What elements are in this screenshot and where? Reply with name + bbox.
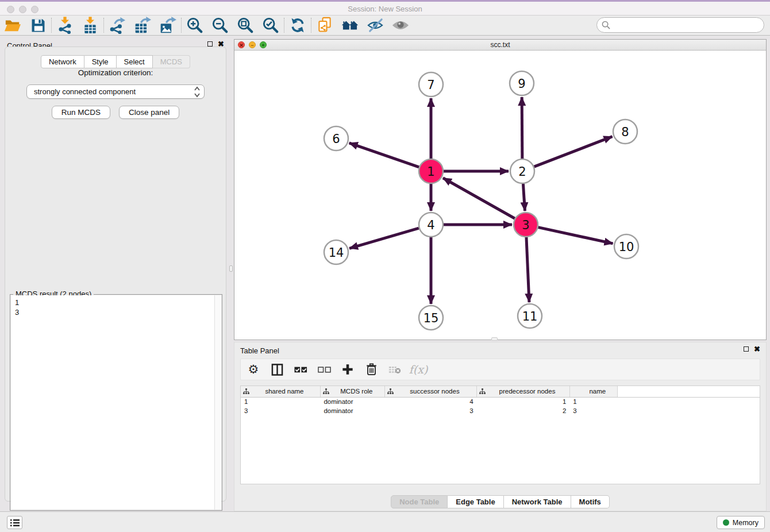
zoom-in-icon[interactable] <box>186 17 203 34</box>
tab-network[interactable]: Network <box>41 55 84 68</box>
memory-button[interactable]: Memory <box>717 516 765 529</box>
window-title: Session: New Session <box>0 5 770 13</box>
search-icon <box>602 21 610 29</box>
close-table-panel-icon[interactable]: ✖ <box>754 346 760 352</box>
table-cell[interactable]: dominator <box>320 397 384 406</box>
hide-eye-icon[interactable] <box>367 17 384 34</box>
graph-node-label-8: 8 <box>621 125 629 139</box>
open-file-icon[interactable] <box>4 17 21 34</box>
home-views-icon[interactable] <box>341 17 359 34</box>
network-window-titlebar[interactable]: ✕ − + scc.txt <box>234 40 766 51</box>
maximize-view-icon[interactable]: + <box>260 41 267 48</box>
export-network-icon[interactable] <box>109 17 126 34</box>
table-cell[interactable]: 3 <box>241 406 320 415</box>
tab-edge-table[interactable]: Edge Table <box>448 495 503 508</box>
run-mcds-button[interactable]: Run MCDS <box>52 106 110 119</box>
add-column-icon[interactable] <box>341 363 355 376</box>
show-eye-icon[interactable] <box>392 17 409 34</box>
graph-edge-3-10[interactable] <box>538 228 613 244</box>
float-panel-icon[interactable] <box>207 41 213 47</box>
close-view-icon[interactable]: ✕ <box>238 41 245 48</box>
column-header-MCDS-role[interactable]: MCDS role <box>320 386 384 397</box>
zoom-selected-icon[interactable] <box>262 17 279 34</box>
select-all-icon[interactable] <box>294 363 307 376</box>
close-panel-icon[interactable]: ✖ <box>218 41 224 47</box>
mcds-tab-content: Optimization criterion: strongly connect… <box>5 47 226 502</box>
refresh-layout-icon[interactable] <box>289 17 306 34</box>
copy-network-icon[interactable] <box>316 17 333 34</box>
table-row[interactable]: 3dominator323 <box>241 406 760 415</box>
network-canvas[interactable]: 7968124314101511 <box>234 51 766 340</box>
vertical-splitter-handle[interactable] <box>229 265 233 272</box>
result-scrollbar[interactable] <box>214 295 221 510</box>
mcds-result-group: MCDS result (2 nodes) 1 3 <box>10 294 222 511</box>
table-cell-empty <box>617 397 760 406</box>
graph-node-label-11: 11 <box>522 310 538 323</box>
columns-icon[interactable] <box>270 363 284 376</box>
control-panel: Control Panel ✖ NetworkStyleSelectMCDS O… <box>1 37 230 511</box>
table-cell[interactable]: dominator <box>320 406 384 415</box>
graph-edge-3-1[interactable] <box>443 178 515 218</box>
tab-node-table[interactable]: Node Table <box>391 495 448 508</box>
network-view-window: ✕ − + scc.txt 7968124314101511 <box>234 39 767 340</box>
table-cell-empty <box>617 406 760 415</box>
table-cell[interactable]: 2 <box>477 406 570 415</box>
close-panel-button[interactable]: Close panel <box>119 106 179 119</box>
graph-node-label-15: 15 <box>424 311 439 325</box>
trash-icon[interactable] <box>364 363 378 376</box>
unselect-all-icon[interactable] <box>317 363 331 376</box>
graph-node-label-9: 9 <box>518 77 525 91</box>
graph-edge-3-11[interactable] <box>526 237 529 302</box>
import-network-icon[interactable] <box>56 17 74 34</box>
search-input[interactable] <box>596 17 764 33</box>
zoom-fit-icon[interactable] <box>237 17 254 34</box>
column-header-successor-nodes[interactable]: successor nodes <box>384 386 476 397</box>
tab-style[interactable]: Style <box>84 55 117 68</box>
mcds-result-area[interactable]: 1 3 <box>11 295 221 510</box>
graph-edge-4-14[interactable] <box>349 228 419 248</box>
table-cell[interactable]: 1 <box>477 397 570 406</box>
export-image-icon[interactable] <box>159 17 176 34</box>
column-header-name[interactable]: name <box>569 386 617 397</box>
float-table-panel-icon[interactable] <box>744 346 749 352</box>
task-history-button[interactable] <box>7 516 22 529</box>
table-row[interactable]: 1dominator411 <box>241 397 760 406</box>
tab-motifs[interactable]: Motifs <box>571 495 610 508</box>
table-cell[interactable]: 3 <box>569 406 617 415</box>
memory-status-icon <box>723 519 729 526</box>
column-header-shared-name[interactable]: shared name <box>241 386 320 397</box>
horizontal-splitter-handle[interactable] <box>491 337 498 341</box>
graph-edge-2-3[interactable] <box>523 184 525 211</box>
table-cell[interactable]: 3 <box>384 406 476 415</box>
save-session-icon[interactable] <box>29 17 47 34</box>
tab-select[interactable]: Select <box>117 55 153 68</box>
memory-button-label: Memory <box>733 519 759 527</box>
table-toolbar: ⚙ f(x) <box>240 358 760 380</box>
graph-node-label-10: 10 <box>619 240 634 254</box>
node-table[interactable]: shared nameMCDS rolesuccessor nodesprede… <box>240 385 760 484</box>
export-table-icon[interactable] <box>134 17 151 34</box>
graph-edge-2-8[interactable] <box>534 137 613 167</box>
title-bar: Session: New Session <box>0 0 770 16</box>
toolbar-separator <box>181 18 182 33</box>
tab-network-table[interactable]: Network Table <box>504 495 571 508</box>
table-cell[interactable]: 1 <box>241 397 320 406</box>
tab-mcds[interactable]: MCDS <box>153 55 190 68</box>
main-toolbar <box>0 16 770 36</box>
toolbar-separator <box>51 18 52 33</box>
criterion-select[interactable]: strongly connected component <box>26 84 205 99</box>
criterion-select-value: strongly connected component <box>34 87 136 96</box>
optimization-criterion-label: Optimization criterion: <box>5 68 226 77</box>
graph-edge-1-6[interactable] <box>349 143 419 167</box>
import-table-icon[interactable] <box>82 17 99 34</box>
toolbar-separator <box>311 18 311 33</box>
network-view-title: scc.txt <box>234 40 766 51</box>
table-cell[interactable]: 4 <box>384 397 476 406</box>
graph-edge-2-9[interactable] <box>522 97 522 159</box>
status-bar: Memory <box>0 511 770 532</box>
column-header-predecessor-nodes[interactable]: predecessor nodes <box>477 386 570 397</box>
minimize-view-icon[interactable]: − <box>249 41 256 48</box>
zoom-out-icon[interactable] <box>211 17 229 34</box>
table-cell[interactable]: 1 <box>569 397 617 406</box>
gear-icon[interactable]: ⚙ <box>247 363 260 376</box>
